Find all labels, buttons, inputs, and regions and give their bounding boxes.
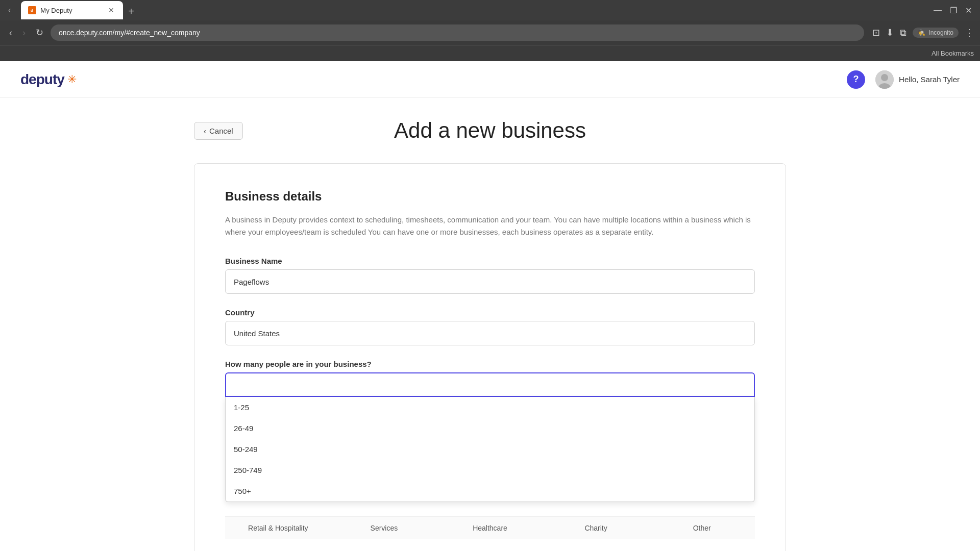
- logo-asterisk: ✳: [67, 73, 77, 86]
- tab-charity[interactable]: Charity: [543, 517, 649, 539]
- people-dropdown-container: 1-25 26-49 50-249 250-749 750+: [225, 372, 755, 502]
- tab-close-button[interactable]: ✕: [107, 6, 116, 15]
- app-header: deputy✳ ? Hello, Sarah Tyler: [0, 61, 980, 98]
- tab-back-button[interactable]: ‹: [4, 4, 15, 17]
- new-tab-button[interactable]: +: [123, 4, 139, 19]
- dropdown-option-26-49[interactable]: 26-49: [226, 418, 754, 439]
- logo-text: deputy: [20, 71, 64, 88]
- incognito-badge: 🕵 Incognito: [913, 28, 959, 38]
- tab-retail-hospitality[interactable]: Retail & Hospitality: [225, 517, 331, 539]
- tab-title: My Deputy: [40, 7, 103, 14]
- business-name-label: Business Name: [225, 257, 755, 265]
- user-name: Hello, Sarah Tyler: [899, 75, 960, 84]
- section-title: Business details: [225, 189, 755, 204]
- user-info[interactable]: Hello, Sarah Tyler: [875, 70, 960, 89]
- svg-point-3: [881, 74, 888, 81]
- dropdown-option-750plus[interactable]: 750+: [226, 481, 754, 502]
- incognito-label: Incognito: [928, 29, 953, 36]
- header-right: ? Hello, Sarah Tyler: [847, 70, 960, 89]
- industry-tabs: Retail & Hospitality Services Healthcare…: [225, 516, 755, 539]
- section-description: A business in Deputy provides context to…: [225, 214, 755, 238]
- reload-button[interactable]: ↻: [33, 25, 46, 40]
- chevron-left-icon: ‹: [204, 127, 206, 135]
- cancel-button[interactable]: ‹ Cancel: [194, 122, 243, 140]
- back-button[interactable]: ‹: [6, 26, 15, 40]
- window-close-button[interactable]: ✕: [965, 6, 972, 15]
- window-restore-button[interactable]: ❐: [950, 6, 957, 15]
- people-group: How many people are in your business? 1-…: [225, 360, 755, 502]
- cast-icon[interactable]: ⊡: [872, 27, 880, 38]
- country-group: Country: [225, 308, 755, 345]
- address-bar[interactable]: [51, 24, 864, 41]
- bookmarks-label: All Bookmarks: [932, 49, 974, 57]
- extensions-icon[interactable]: ⧉: [900, 28, 906, 38]
- country-label: Country: [225, 308, 755, 317]
- people-count-input[interactable]: [225, 372, 755, 397]
- avatar: [875, 70, 894, 89]
- cancel-label: Cancel: [209, 127, 233, 135]
- downloads-icon[interactable]: ⬇: [886, 27, 894, 38]
- help-button[interactable]: ?: [847, 70, 865, 89]
- dropdown-option-1-25[interactable]: 1-25: [226, 397, 754, 418]
- business-name-group: Business Name: [225, 257, 755, 294]
- dropdown-option-50-249[interactable]: 50-249: [226, 439, 754, 460]
- forward-button[interactable]: ›: [19, 26, 29, 40]
- people-dropdown-menu: 1-25 26-49 50-249 250-749 750+: [225, 397, 755, 502]
- country-input[interactable]: [225, 321, 755, 345]
- business-name-input[interactable]: [225, 269, 755, 294]
- dropdown-option-250-749[interactable]: 250-749: [226, 460, 754, 481]
- tab-other[interactable]: Other: [649, 517, 755, 539]
- form-card: Business details A business in Deputy pr…: [194, 163, 786, 551]
- incognito-icon: 🕵: [918, 29, 925, 36]
- tab-favicon: d: [28, 6, 36, 14]
- page-title: Add a new business: [194, 118, 786, 143]
- active-tab[interactable]: d My Deputy ✕: [21, 1, 123, 19]
- browser-menu-button[interactable]: ⋮: [965, 27, 974, 38]
- svg-text:d: d: [31, 8, 33, 13]
- window-minimize-button[interactable]: —: [934, 6, 942, 15]
- people-label: How many people are in your business?: [225, 360, 755, 368]
- deputy-logo: deputy✳: [20, 71, 77, 88]
- page-header: ‹ Cancel Add a new business: [194, 118, 786, 143]
- tab-services[interactable]: Services: [331, 517, 437, 539]
- tab-healthcare[interactable]: Healthcare: [437, 517, 543, 539]
- page-content: ‹ Cancel Add a new business Business det…: [184, 98, 796, 551]
